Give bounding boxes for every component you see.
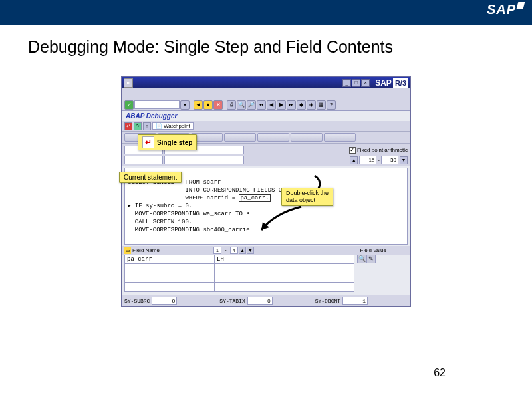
line-nav-up-icon[interactable]: ▲: [350, 156, 358, 164]
window-controls: _ □ ×: [342, 79, 370, 87]
back-icon[interactable]: ◄: [194, 100, 203, 110]
fixed-point-label: Fixed point arithmetic: [357, 147, 408, 153]
prev-page-icon[interactable]: ◀: [267, 100, 276, 110]
slide-title: Debugging Mode: Single Step and Field Co…: [28, 37, 504, 57]
table-icon: ▭: [124, 247, 131, 254]
view-btn-6[interactable]: [291, 133, 323, 142]
field-value-cell[interactable]: LH: [215, 255, 354, 264]
table-row: [124, 273, 408, 283]
callout-current-text: Current statement: [124, 174, 177, 181]
variable-grid: pa_carr LH 🔍 ✎: [124, 255, 408, 292]
cancel-icon[interactable]: ✕: [213, 100, 223, 110]
field-name-cell[interactable]: pa_carr: [124, 255, 215, 264]
slide-header: SAP: [0, 0, 532, 25]
field-value-header: Field Value: [360, 247, 386, 253]
sy-dbcnt-value: 1: [342, 297, 368, 305]
dropdown-icon[interactable]: ▾: [180, 100, 190, 110]
close-icon[interactable]: ×: [361, 79, 370, 87]
variable-table-header: ▭ Field Name - ▲ ▼ Field Value: [122, 246, 410, 255]
sy-tabix-value: 0: [247, 297, 273, 305]
step-over-icon[interactable]: ↷: [134, 122, 142, 130]
find-icon[interactable]: 🔍: [237, 100, 246, 110]
step-out-icon[interactable]: ↑: [143, 122, 151, 130]
change-icon[interactable]: ✎: [366, 255, 376, 263]
code-line-6: CALL SCREEN 100.: [128, 219, 192, 225]
field-name-header: Field Name: [132, 247, 212, 253]
table-row: pa_carr LH 🔍 ✎: [124, 255, 408, 264]
field-value-cell[interactable]: [215, 264, 354, 273]
system-fields-row: SY-SUBRC0 SY-TABIX0 SY-DBCNT1: [122, 295, 410, 306]
field-value-cell[interactable]: [215, 283, 354, 292]
field-name-cell[interactable]: [124, 273, 215, 283]
callout-single-step-text: Single step: [157, 139, 192, 146]
sap-logo: SAP: [487, 2, 524, 17]
nav-down-icon[interactable]: ▼: [247, 247, 254, 254]
fixed-point-checkbox[interactable]: [349, 147, 356, 154]
field-name-cell[interactable]: [124, 283, 215, 292]
tool-icon-1[interactable]: ◆: [297, 100, 306, 110]
sy-subrc-value: 0: [152, 297, 177, 305]
view-btn-4[interactable]: [224, 133, 256, 142]
enter-icon[interactable]: ✓: [124, 100, 134, 110]
code-line-3: WHERE carrid =: [128, 195, 239, 201]
callout-current-statement: Current statement: [119, 172, 182, 183]
row-navigator: - ▲ ▼: [213, 247, 254, 254]
find-next-icon[interactable]: 🔎: [247, 100, 256, 110]
system-menu-icon[interactable]: ▸: [124, 78, 133, 88]
field-name-cell[interactable]: [124, 264, 215, 273]
debugger-toolbar: ↵ ↷ ↑ 📄 Watchpoint: [122, 121, 410, 132]
step-into-icon[interactable]: ↵: [124, 122, 132, 130]
exit-icon[interactable]: ▲: [203, 100, 213, 110]
callout-single-step: ↵ Single step: [138, 134, 197, 150]
maximize-icon[interactable]: □: [352, 79, 360, 87]
command-field[interactable]: [134, 100, 180, 109]
code-line-4: IF sy-subrc = 0.: [135, 203, 192, 209]
logo-square: [517, 2, 525, 9]
table-row: [124, 264, 408, 273]
debugger-title: ABAP Debugger: [122, 111, 410, 121]
last-page-icon[interactable]: ⏭: [287, 100, 296, 110]
table-row: [124, 283, 408, 292]
step-icon: ↵: [142, 136, 154, 148]
line-nav-down-icon[interactable]: ▼: [400, 156, 408, 164]
watchpoint-button[interactable]: 📄 Watchpoint: [152, 122, 194, 130]
window-titlebar: ▸ _ □ × SAP R/3: [122, 77, 410, 88]
code-line-5: MOVE-CORRESPONDING wa_scarr TO s: [128, 211, 250, 217]
line-from-field[interactable]: [359, 156, 376, 164]
tool-icon-2[interactable]: ◈: [307, 100, 316, 110]
menubar: [122, 88, 410, 99]
sy-dbcnt-label: SY-DBCNT: [315, 298, 340, 304]
r3-badge: R/3: [393, 78, 408, 88]
code-line-7: MOVE-CORRESPONDING sbc400_carrie: [128, 227, 250, 233]
sap-window: ▸ _ □ × SAP R/3 ✓ ▾ ◄ ▲ ✕ ⎙ 🔍 🔎 ⏮ ◀: [121, 76, 411, 307]
detail-icon[interactable]: 🔍: [357, 255, 366, 263]
view-btn-5[interactable]: [257, 133, 289, 142]
brand-text: SAP: [375, 78, 392, 88]
standard-toolbar: ✓ ▾ ◄ ▲ ✕ ⎙ 🔍 🔎 ⏮ ◀ ▶ ⏭ ◆ ◈ ▦ ?: [122, 99, 410, 111]
minimize-icon[interactable]: _: [342, 79, 351, 87]
line-to-field[interactable]: [381, 156, 398, 164]
first-page-icon[interactable]: ⏮: [257, 100, 266, 110]
tool-icon-3[interactable]: ▦: [317, 100, 326, 110]
page-number: 62: [434, 367, 446, 379]
document-icon: 📄: [156, 123, 162, 129]
tool-icon-4[interactable]: ?: [327, 100, 336, 110]
nav-up-icon[interactable]: ▲: [239, 247, 246, 254]
logo-text: SAP: [487, 2, 516, 17]
sy-tabix-label: SY-TABIX: [219, 298, 245, 304]
include-name-field[interactable]: [164, 156, 244, 164]
highlighted-variable[interactable]: pa_carr.: [239, 194, 270, 202]
next-page-icon[interactable]: ▶: [277, 100, 286, 110]
slide-content: Debugging Mode: Single Step and Field Co…: [0, 25, 532, 307]
include-label-field: [124, 156, 163, 164]
sy-subrc-label: SY-SUBRC: [124, 298, 150, 304]
nav-from[interactable]: [213, 247, 221, 254]
field-value-cell[interactable]: [215, 273, 354, 283]
watchpoint-label: Watchpoint: [164, 123, 190, 129]
callout-dblclick-text: Double-click the data object: [286, 190, 329, 203]
nav-to[interactable]: [230, 247, 238, 254]
callout-double-click: Double-click the data object: [281, 188, 333, 206]
print-icon[interactable]: ⎙: [227, 100, 236, 110]
view-btn-7[interactable]: [324, 133, 356, 142]
